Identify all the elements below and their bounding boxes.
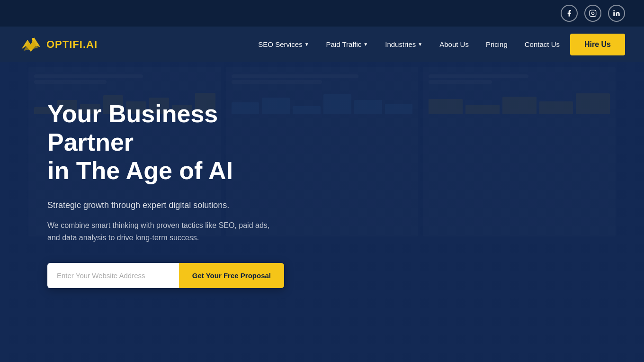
cta-form: Get Your Free Proposal [47, 263, 284, 288]
nav-links: SEO Services ▼ Paid Traffic ▼ Industries… [251, 34, 625, 55]
svg-marker-4 [21, 37, 40, 52]
hire-us-button[interactable]: Hire Us [570, 34, 625, 55]
paid-traffic-nav[interactable]: Paid Traffic ▼ [320, 36, 375, 53]
industries-nav[interactable]: Industries ▼ [378, 36, 429, 53]
contact-us-nav[interactable]: Contact Us [518, 36, 566, 53]
website-input[interactable] [47, 263, 179, 288]
logo-icon [19, 33, 43, 56]
navbar: OPTIFI.AI SEO Services ▼ Paid Traffic ▼ … [0, 27, 644, 62]
svg-point-6 [32, 38, 35, 41]
hero-section: Your Business Partnerin The Age of AI St… [0, 62, 644, 362]
svg-rect-0 [590, 10, 596, 16]
paid-traffic-dropdown-arrow: ▼ [363, 42, 368, 47]
logo-text: OPTIFI.AI [46, 38, 98, 51]
svg-rect-2 [613, 12, 615, 16]
logo[interactable]: OPTIFI.AI [19, 33, 98, 56]
about-us-nav[interactable]: About Us [433, 36, 475, 53]
hero-content: Your Business Partnerin The Age of AI St… [0, 62, 331, 326]
hero-subtitle: Strategic growth through expert digital … [47, 199, 284, 212]
svg-point-3 [613, 10, 615, 11]
linkedin-icon[interactable] [608, 5, 625, 22]
pricing-nav[interactable]: Pricing [479, 36, 514, 53]
seo-services-nav[interactable]: SEO Services ▼ [251, 36, 315, 53]
hero-headline: Your Business Partnerin The Age of AI [47, 100, 284, 185]
facebook-icon[interactable] [561, 5, 578, 22]
hero-description: We combine smart thinking with proven ta… [47, 219, 284, 244]
top-bar [0, 0, 644, 27]
industries-dropdown-arrow: ▼ [418, 42, 422, 47]
seo-dropdown-arrow: ▼ [304, 42, 309, 47]
get-proposal-button[interactable]: Get Your Free Proposal [179, 263, 284, 288]
instagram-icon[interactable] [584, 5, 601, 22]
